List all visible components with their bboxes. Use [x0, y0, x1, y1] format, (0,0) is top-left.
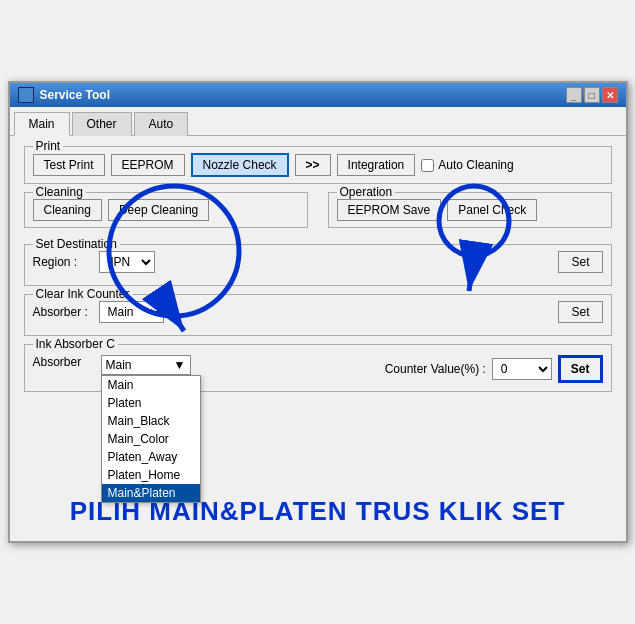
titlebar: Service Tool _ □ ✕	[10, 83, 626, 107]
dropdown-item-main-platen[interactable]: Main&Platen	[102, 484, 200, 502]
nozzle-check-button[interactable]: Nozzle Check	[191, 153, 289, 177]
deep-cleaning-button[interactable]: Deep Cleaning	[108, 199, 209, 221]
maximize-button[interactable]: □	[584, 87, 600, 103]
tabs-bar: Main Other Auto	[10, 107, 626, 136]
region-row: Region : JPN USA EUR Set	[33, 251, 603, 273]
region-select[interactable]: JPN USA EUR	[99, 251, 155, 273]
cleaning-button[interactable]: Cleaning	[33, 199, 102, 221]
tab-main[interactable]: Main	[14, 112, 70, 136]
absorber-select[interactable]: Main Platen	[99, 301, 164, 323]
auto-cleaning-checkbox-label[interactable]: Auto Cleaning	[421, 158, 513, 172]
cleaning-section-title: Cleaning	[33, 185, 86, 199]
cleaning-section: Cleaning Cleaning Deep Cleaning	[24, 192, 308, 228]
minimize-button[interactable]: _	[566, 87, 582, 103]
cleaning-buttons-row: Cleaning Deep Cleaning	[33, 199, 299, 221]
eeprom-button[interactable]: EEPROM	[111, 154, 185, 176]
ink-absorber-selected: Main	[106, 358, 132, 372]
close-button[interactable]: ✕	[602, 87, 618, 103]
set-destination-title: Set Destination	[33, 237, 120, 251]
panel-check-button[interactable]: Panel Check	[447, 199, 537, 221]
region-label: Region :	[33, 255, 93, 269]
print-section: Print Test Print EEPROM Nozzle Check >> …	[24, 146, 612, 184]
dropdown-arrow-icon: ▼	[174, 358, 186, 372]
counter-label: Counter Value(%) :	[385, 362, 486, 376]
ink-absorber-label: Absorber	[33, 355, 93, 369]
arrow-button[interactable]: >>	[295, 154, 331, 176]
main-window: Service Tool _ □ ✕ Main Other Auto Print	[8, 81, 628, 543]
dropdown-item-main-color[interactable]: Main_Color	[102, 430, 200, 448]
ink-absorber-title: Ink Absorber C	[33, 337, 118, 351]
dropdown-item-main[interactable]: Main	[102, 376, 200, 394]
tab-other[interactable]: Other	[72, 112, 132, 136]
test-print-button[interactable]: Test Print	[33, 154, 105, 176]
counter-row: Counter Value(%) : 0 10 20 Set	[385, 355, 603, 383]
app-icon	[18, 87, 34, 103]
operation-buttons-row: EEPROM Save Panel Check	[337, 199, 603, 221]
window-title: Service Tool	[40, 88, 110, 102]
absorber-row: Absorber : Main Platen Set	[33, 301, 603, 323]
dropdown-item-platen-home[interactable]: Platen_Home	[102, 466, 200, 484]
ink-absorber-section: Ink Absorber C Absorber Main ▼ Main Plat…	[24, 344, 612, 392]
clear-ink-counter-section: Clear Ink Counter Absorber : Main Platen…	[24, 294, 612, 336]
integration-button[interactable]: Integration	[337, 154, 416, 176]
absorber-label: Absorber :	[33, 305, 93, 319]
eeprom-save-button[interactable]: EEPROM Save	[337, 199, 442, 221]
window-inner: Main Other Auto Print Test Print EEPROM …	[10, 107, 626, 541]
set-destination-button[interactable]: Set	[558, 251, 602, 273]
tab-auto[interactable]: Auto	[134, 112, 189, 136]
counter-select[interactable]: 0 10 20	[492, 358, 552, 380]
clear-ink-set-button[interactable]: Set	[558, 301, 602, 323]
titlebar-controls: _ □ ✕	[566, 87, 618, 103]
ink-absorber-dropdown-trigger[interactable]: Main ▼	[101, 355, 191, 375]
dropdown-item-main-black[interactable]: Main_Black	[102, 412, 200, 430]
set-destination-section: Set Destination Region : JPN USA EUR Set	[24, 244, 612, 286]
cleaning-operation-row: Cleaning Cleaning Deep Cleaning Operatio…	[24, 192, 612, 236]
ink-absorber-set-button[interactable]: Set	[558, 355, 603, 383]
print-section-title: Print	[33, 139, 64, 153]
main-content: Print Test Print EEPROM Nozzle Check >> …	[10, 136, 626, 541]
ink-absorber-dropdown-container: Main ▼ Main Platen Main_Black Main_Color…	[101, 355, 191, 375]
dropdown-item-platen-away[interactable]: Platen_Away	[102, 448, 200, 466]
ink-absorber-dropdown-list: Main Platen Main_Black Main_Color Platen…	[101, 375, 201, 503]
operation-section: Operation EEPROM Save Panel Check	[328, 192, 612, 228]
dropdown-item-platen[interactable]: Platen	[102, 394, 200, 412]
titlebar-left: Service Tool	[18, 87, 110, 103]
print-buttons-row: Test Print EEPROM Nozzle Check >> Integr…	[33, 153, 603, 177]
auto-cleaning-checkbox[interactable]	[421, 159, 434, 172]
ink-absorber-inner: Absorber Main ▼ Main Platen Main_Black M…	[33, 355, 603, 383]
operation-section-title: Operation	[337, 185, 396, 199]
clear-ink-counter-title: Clear Ink Counter	[33, 287, 133, 301]
